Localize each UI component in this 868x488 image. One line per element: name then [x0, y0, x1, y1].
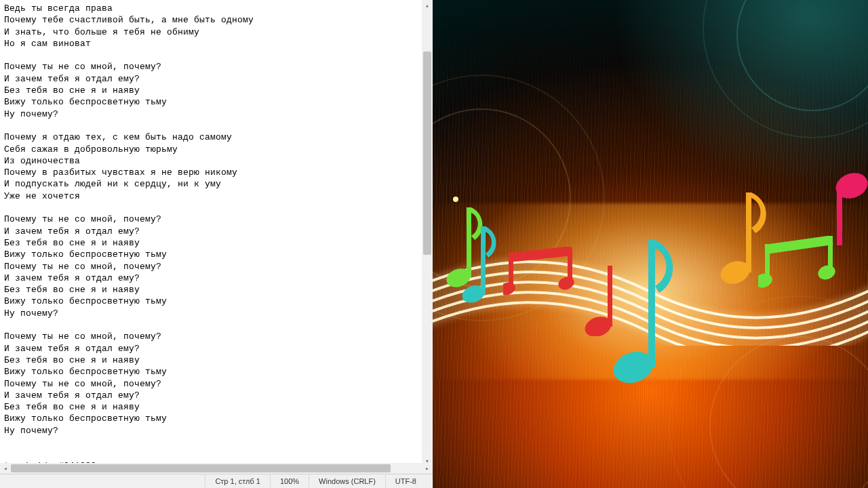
status-cursor-position[interactable]: Стр 1, стлб 1 [205, 474, 271, 488]
status-spacer [0, 474, 205, 488]
svg-rect-6 [509, 253, 513, 287]
beamed-notes-icon [503, 247, 578, 298]
document-text[interactable]: Ведь ты всегда права Почему тебе счастли… [0, 0, 430, 463]
vertical-scroll-track[interactable] [422, 11, 433, 455]
svg-rect-15 [746, 192, 751, 272]
scroll-left-button[interactable]: ◂ [0, 463, 11, 474]
svg-point-9 [557, 274, 576, 291]
eighth-note-icon [610, 228, 678, 384]
scroll-up-button[interactable]: ▴ [422, 0, 433, 11]
svg-point-20 [816, 263, 837, 282]
svg-rect-5 [509, 247, 573, 262]
horizontal-scrollbar[interactable]: ◂ ▸ [0, 463, 433, 474]
app-root: Ведь ты всегда права Почему тебе счастли… [0, 0, 868, 488]
status-encoding[interactable]: UTF-8 [386, 474, 433, 488]
svg-rect-13 [648, 240, 655, 367]
horizontal-scroll-track[interactable] [11, 463, 422, 474]
status-line-ending[interactable]: Windows (CRLF) [309, 474, 386, 488]
scroll-down-button[interactable]: ▾ [422, 455, 433, 463]
vertical-scrollbar[interactable]: ▴ ▾ [422, 0, 433, 463]
status-zoom[interactable]: 100% [271, 474, 309, 488]
text-editor-pane: Ведь ты всегда права Почему тебе счастли… [0, 0, 433, 488]
scroll-right-button[interactable]: ▸ [422, 463, 433, 474]
eighth-note-icon [460, 217, 500, 305]
text-area[interactable]: Ведь ты всегда права Почему тебе счастли… [0, 0, 433, 463]
svg-point-2 [453, 197, 458, 202]
vertical-scroll-thumb[interactable] [423, 52, 431, 255]
svg-rect-7 [568, 248, 572, 282]
status-bar: Стр 1, стлб 1 100% Windows (CRLF) UTF-8 [0, 474, 433, 488]
svg-rect-4 [481, 226, 486, 294]
svg-point-8 [503, 280, 517, 297]
wallpaper-art [433, 0, 868, 488]
quarter-note-icon [814, 168, 868, 249]
svg-point-19 [758, 271, 774, 290]
horizontal-scroll-thumb[interactable] [11, 464, 391, 472]
svg-rect-22 [837, 188, 842, 245]
